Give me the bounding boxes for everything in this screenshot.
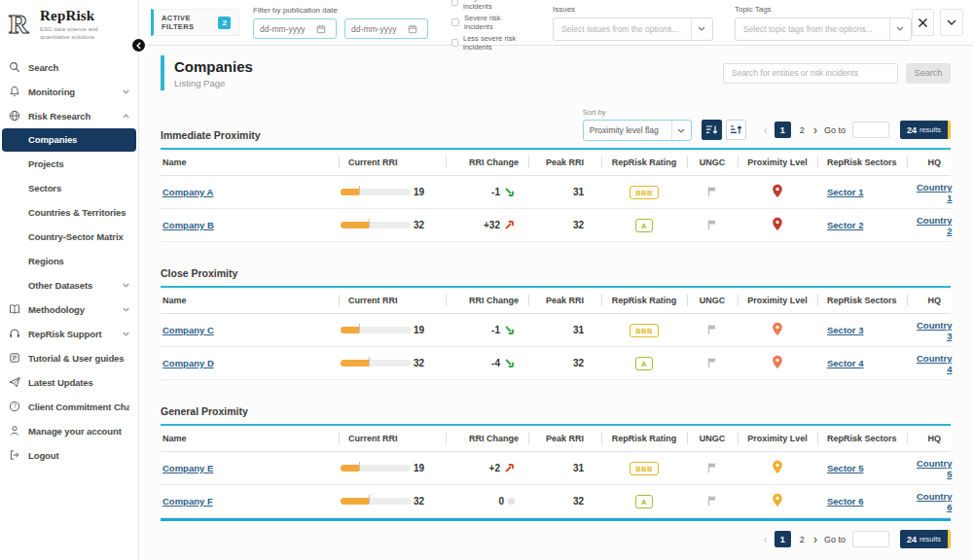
book-icon bbox=[9, 303, 21, 316]
table-row: Company E 19 +2 31 BBB Secto bbox=[161, 452, 951, 485]
sidebar-item-tutorial-user-guides[interactable]: Tutorial & User guides bbox=[0, 346, 138, 370]
sidebar-item-search[interactable]: Search bbox=[0, 55, 138, 80]
ungc-flag-icon bbox=[706, 324, 718, 335]
sector-link[interactable]: Sector 3 bbox=[827, 325, 864, 335]
calendar-icon bbox=[316, 24, 326, 34]
sector-link[interactable]: Sector 6 bbox=[827, 496, 864, 507]
brand-wordmark: RepRisk bbox=[40, 8, 98, 24]
chevron-up-icon bbox=[123, 114, 129, 119]
rri-bar bbox=[341, 360, 411, 367]
clear-filters-button[interactable] bbox=[912, 9, 935, 36]
sidebar-item-regions[interactable]: Regions bbox=[0, 249, 138, 273]
sidebar-collapse-button[interactable] bbox=[130, 37, 147, 53]
table-row: Company F 32 0 32 A Sector 6 bbox=[161, 485, 951, 518]
page-2-button[interactable]: 2 bbox=[798, 125, 807, 135]
sidebar-item-companies[interactable]: Companies bbox=[2, 128, 136, 152]
date-from-input[interactable] bbox=[260, 24, 316, 34]
collapse-filters-button[interactable] bbox=[940, 9, 963, 36]
sector-link[interactable]: Sector 4 bbox=[827, 358, 864, 368]
hq-country-link[interactable]: Country 2 bbox=[917, 215, 952, 236]
sort-descending-button[interactable] bbox=[702, 120, 722, 140]
company-link[interactable]: Company F bbox=[162, 496, 213, 507]
trend-neutral-icon bbox=[508, 498, 515, 505]
globe-icon bbox=[9, 110, 21, 122]
company-link[interactable]: Company C bbox=[162, 325, 214, 335]
goto-label: Go to bbox=[824, 535, 846, 544]
proximity-pin-icon bbox=[772, 355, 783, 369]
pagination-bottom: ‹ 1 2 › Go to 24 results bbox=[764, 530, 951, 548]
goto-page-input[interactable] bbox=[852, 122, 889, 138]
sidebar-item-manage-account[interactable]: Manage your account bbox=[0, 419, 138, 443]
issues-select[interactable]: Select issues from the options... bbox=[553, 18, 713, 41]
hq-country-link[interactable]: Country 6 bbox=[917, 491, 952, 512]
sidebar-item-projects[interactable]: Projects bbox=[0, 152, 138, 176]
search-button[interactable]: Search bbox=[906, 63, 951, 84]
page-1-button[interactable]: 1 bbox=[775, 122, 791, 138]
peak-rri-cell: 31 bbox=[528, 325, 601, 335]
date-to-field[interactable] bbox=[344, 18, 428, 39]
entity-search-input[interactable] bbox=[723, 63, 898, 84]
prev-page-button[interactable]: ‹ bbox=[764, 534, 768, 545]
prev-page-button[interactable]: ‹ bbox=[764, 124, 768, 136]
filter-bar: ACTIVE FILTERS 2 Filter by publication d… bbox=[139, 0, 973, 46]
severe-checkbox[interactable] bbox=[451, 18, 459, 26]
sidebar-item-monitoring[interactable]: Monitoring bbox=[0, 80, 138, 104]
sector-link[interactable]: Sector 5 bbox=[827, 463, 864, 473]
sort-by-select[interactable]: Proximity level flag bbox=[583, 120, 692, 141]
table-row: Company C 19 -1 31 BBB Secto bbox=[161, 314, 951, 347]
hq-country-link[interactable]: Country 1 bbox=[917, 182, 952, 203]
company-link[interactable]: Company E bbox=[162, 463, 213, 473]
sidebar-item-country-sector-matrix[interactable]: Country-Sector Matrix bbox=[0, 225, 138, 249]
sector-link[interactable]: Sector 1 bbox=[827, 187, 864, 197]
sidebar-item-reprisk-support[interactable]: RepRisk Support bbox=[0, 322, 138, 346]
next-page-button[interactable]: › bbox=[813, 124, 817, 136]
date-to-input[interactable] bbox=[351, 24, 408, 34]
page-1-button[interactable]: 1 bbox=[775, 531, 791, 547]
ungc-flag-icon bbox=[706, 219, 718, 230]
next-page-button[interactable]: › bbox=[813, 534, 817, 545]
hq-country-link[interactable]: Country 3 bbox=[917, 320, 952, 341]
less-severe-checkbox[interactable] bbox=[451, 39, 458, 47]
company-link[interactable]: Company A bbox=[162, 187, 213, 197]
sector-link[interactable]: Sector 2 bbox=[827, 220, 864, 230]
page-subtitle: Listing Page bbox=[174, 78, 253, 88]
sort-ascending-button[interactable] bbox=[726, 120, 746, 140]
rri-bar bbox=[341, 222, 411, 228]
page-2-button[interactable]: 2 bbox=[798, 535, 807, 544]
date-from-field[interactable] bbox=[253, 18, 337, 39]
company-link[interactable]: Company D bbox=[162, 358, 214, 368]
sidebar-item-logout[interactable]: Logout bbox=[0, 443, 138, 468]
table-row: Company A 19 -1 31 BBB Secto bbox=[161, 176, 951, 209]
trend-up-icon bbox=[504, 463, 515, 473]
chevron-down-icon bbox=[691, 18, 712, 40]
sidebar-item-latest-updates[interactable]: Latest Updates bbox=[0, 370, 138, 395]
current-rri-cell: 19 bbox=[339, 187, 446, 197]
company-link[interactable]: Company B bbox=[162, 220, 214, 230]
sidebar-item-risk-research[interactable]: Risk Research bbox=[0, 104, 138, 128]
reprisk-rating-badge: A bbox=[635, 495, 653, 508]
section-general-proximity: General Proximity Name Current RRI RRI C… bbox=[161, 405, 951, 521]
sidebar-item-countries-territories[interactable]: Countries & Territories bbox=[0, 200, 138, 225]
sidebar-item-methodology[interactable]: Methodology bbox=[0, 298, 138, 322]
sidebar-item-sectors[interactable]: Sectors bbox=[0, 176, 138, 200]
rri-change-cell: 0 bbox=[446, 496, 528, 507]
ungc-flag-icon bbox=[706, 186, 718, 197]
very-severe-checkbox[interactable] bbox=[451, 0, 458, 6]
sidebar-item-other-datasets[interactable]: Other Datasets bbox=[0, 273, 138, 298]
rri-bar bbox=[341, 465, 411, 472]
chevron-down-icon bbox=[123, 332, 129, 336]
ungc-flag-icon bbox=[706, 462, 718, 473]
chevron-down-icon bbox=[123, 307, 129, 312]
topic-tags-select[interactable]: Select topic tags from the options... bbox=[735, 18, 912, 41]
section-close-proximity: Close Proximity Name Current RRI RRI Cha… bbox=[161, 267, 951, 380]
active-filters[interactable]: ACTIVE FILTERS 2 bbox=[151, 9, 239, 36]
proximity-pin-icon bbox=[772, 460, 783, 474]
hq-country-link[interactable]: Country 4 bbox=[917, 353, 952, 374]
bell-icon bbox=[9, 86, 21, 98]
search-icon bbox=[9, 61, 21, 74]
hq-country-link[interactable]: Country 5 bbox=[917, 458, 952, 479]
sidebar-item-client-commitment-charter[interactable]: ? Client Commitment Charter bbox=[0, 395, 138, 419]
goto-page-input[interactable] bbox=[852, 531, 889, 547]
section-immediate-proximity: Immediate Proximity Sort by Proximity le… bbox=[161, 108, 951, 242]
issues-label: Issues bbox=[553, 5, 713, 14]
